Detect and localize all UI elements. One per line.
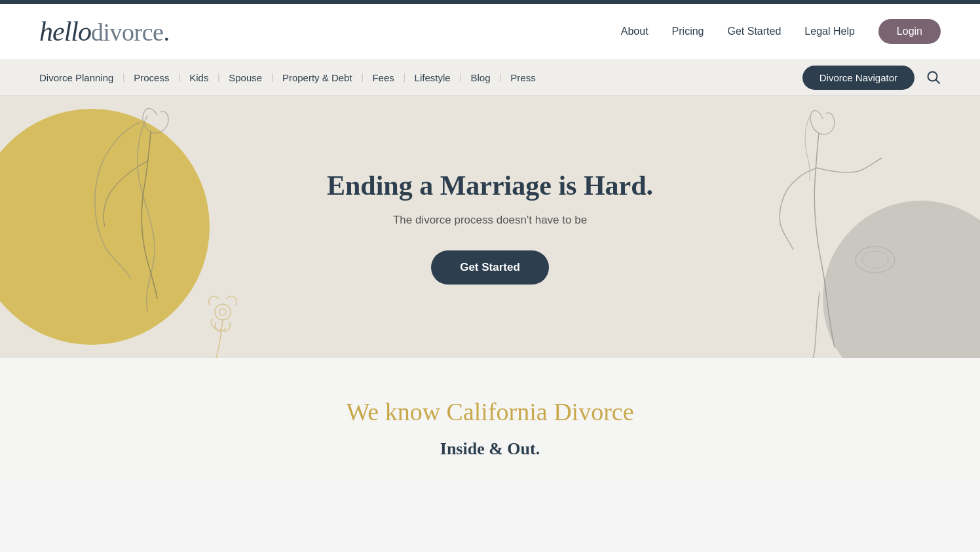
sec-nav-link-lifestyle[interactable]: Lifestyle: [415, 72, 451, 83]
sec-nav-item-spouse[interactable]: Spouse: [208, 72, 262, 83]
main-nav: hellodivorce. About Pricing Get Started …: [0, 4, 980, 60]
sec-nav-item-lifestyle[interactable]: Lifestyle: [394, 72, 451, 83]
search-icon-wrap[interactable]: [926, 70, 941, 85]
svg-point-3: [219, 309, 226, 315]
nav-link-about[interactable]: About: [621, 26, 649, 37]
secondary-nav-right: Divorce Navigator: [802, 66, 941, 90]
sec-nav-link-divorce-planning[interactable]: Divorce Planning: [39, 72, 113, 83]
sec-nav-link-process[interactable]: Process: [134, 72, 169, 83]
sec-nav-item-divorce-planning[interactable]: Divorce Planning: [39, 72, 113, 83]
nav-item-get-started[interactable]: Get Started: [728, 26, 782, 37]
sec-nav-item-kids[interactable]: Kids: [169, 72, 208, 83]
svg-point-5: [862, 251, 888, 268]
nav-item-pricing[interactable]: Pricing: [672, 26, 704, 37]
logo-hello: hello: [39, 16, 91, 47]
divorce-navigator-button[interactable]: Divorce Navigator: [802, 66, 914, 90]
sec-nav-item-fees[interactable]: Fees: [352, 72, 394, 83]
secondary-nav-links: Divorce Planning Process Kids Spouse Pro…: [39, 72, 536, 83]
nav-item-legal-help[interactable]: Legal Help: [804, 26, 855, 37]
sec-nav-link-press[interactable]: Press: [510, 72, 535, 83]
logo-dot: .: [163, 18, 170, 47]
sec-nav-item-process[interactable]: Process: [113, 72, 169, 83]
hero-subtitle: The divorce process doesn't have to be: [327, 214, 653, 227]
login-button[interactable]: Login: [878, 19, 941, 44]
logo-divorce: divorce: [91, 18, 163, 47]
sec-nav-link-spouse[interactable]: Spouse: [229, 72, 262, 83]
hero-section: Ending a Marriage is Hard. The divorce p…: [0, 96, 980, 358]
nav-item-about[interactable]: About: [621, 26, 649, 37]
hero-cta-button[interactable]: Get Started: [431, 250, 549, 285]
search-icon: [926, 70, 941, 85]
sec-nav-item-press[interactable]: Press: [490, 72, 535, 83]
sec-nav-link-property-debt[interactable]: Property & Debt: [282, 72, 352, 83]
figure-right: [692, 96, 941, 358]
nav-link-pricing[interactable]: Pricing: [672, 26, 704, 37]
bottom-section: We know California Divorce Inside & Out.: [0, 358, 980, 485]
hero-title: Ending a Marriage is Hard.: [327, 169, 653, 202]
figure-left: [39, 96, 288, 358]
nav-link-legal-help[interactable]: Legal Help: [804, 26, 855, 37]
nav-link-get-started[interactable]: Get Started: [728, 26, 782, 37]
main-nav-links: About Pricing Get Started Legal Help: [621, 26, 855, 37]
secondary-nav: Divorce Planning Process Kids Spouse Pro…: [0, 60, 980, 96]
sec-nav-link-kids[interactable]: Kids: [189, 72, 208, 83]
svg-point-2: [215, 304, 231, 320]
logo[interactable]: hellodivorce.: [39, 16, 170, 47]
sec-nav-item-property-debt[interactable]: Property & Debt: [262, 72, 352, 83]
sec-nav-item-blog[interactable]: Blog: [451, 72, 491, 83]
svg-line-1: [936, 80, 939, 83]
sec-nav-link-blog[interactable]: Blog: [470, 72, 490, 83]
bottom-title: We know California Divorce: [39, 397, 941, 426]
hero-content: Ending a Marriage is Hard. The divorce p…: [327, 169, 653, 285]
bottom-subtitle: Inside & Out.: [39, 439, 941, 459]
sec-nav-link-fees[interactable]: Fees: [372, 72, 394, 83]
svg-point-4: [856, 246, 895, 273]
